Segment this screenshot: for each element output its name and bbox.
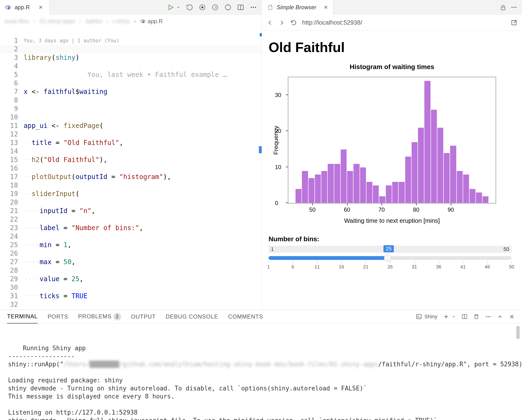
circle-arrow-icon[interactable] bbox=[212, 4, 219, 11]
r-file-icon bbox=[140, 18, 146, 24]
terminal-shell-label[interactable]: Shiny bbox=[416, 314, 437, 320]
run-icon[interactable] bbox=[167, 4, 174, 11]
histogram-bar bbox=[398, 182, 405, 203]
editor-tab-bar: app.R × bbox=[0, 0, 262, 15]
split-editor-icon[interactable] bbox=[237, 4, 244, 11]
chevron-down-icon[interactable] bbox=[452, 315, 456, 319]
editor-pane: app.R × book-files› 01-shiny-apps› bbox=[0, 0, 262, 310]
svg-point-17 bbox=[512, 7, 513, 8]
svg-point-28 bbox=[486, 316, 487, 317]
histogram-bar bbox=[327, 164, 334, 203]
close-icon[interactable]: × bbox=[39, 4, 43, 11]
panel-tabs: TERMINAL PORTS PROBLEMS2 OUTPUT DEBUG CO… bbox=[0, 310, 522, 323]
tab-debug-console[interactable]: DEBUG CONSOLE bbox=[166, 313, 218, 320]
lock-icon[interactable] bbox=[500, 4, 507, 11]
forward-icon[interactable] bbox=[278, 19, 285, 26]
trash-icon[interactable] bbox=[473, 314, 479, 320]
histogram-bar bbox=[340, 149, 347, 203]
svg-point-29 bbox=[488, 316, 489, 317]
histogram-bar bbox=[411, 142, 418, 203]
close-icon[interactable]: × bbox=[324, 4, 328, 11]
svg-point-30 bbox=[489, 316, 490, 317]
svg-point-13 bbox=[255, 7, 256, 8]
chevron-down-icon[interactable] bbox=[176, 5, 180, 9]
svg-point-11 bbox=[251, 7, 252, 8]
open-external-icon[interactable] bbox=[511, 19, 517, 26]
terminal-icon bbox=[416, 314, 422, 320]
slider-max: 50 bbox=[501, 246, 512, 253]
slider-min: 1 bbox=[269, 246, 276, 253]
histogram-bar bbox=[295, 189, 302, 203]
histogram-bar bbox=[353, 164, 360, 203]
svg-rect-22 bbox=[417, 315, 421, 319]
tab-comments[interactable]: COMMENTS bbox=[228, 313, 263, 320]
chevron-up-icon[interactable] bbox=[497, 314, 503, 320]
histogram-bar bbox=[321, 171, 327, 203]
back-icon[interactable] bbox=[267, 19, 273, 26]
histogram-bar bbox=[347, 171, 353, 203]
terminal-output[interactable]: Running Shiny app ------------------ shi… bbox=[0, 323, 522, 420]
svg-point-19 bbox=[515, 7, 517, 8]
problems-badge: 2 bbox=[114, 313, 121, 320]
breadcrumbs[interactable]: book-files› 01-shiny-apps› faithful› r-s… bbox=[0, 15, 262, 28]
histogram-bar bbox=[366, 182, 373, 203]
tab-app-r[interactable]: app.R × bbox=[0, 0, 49, 15]
histogram-bar bbox=[373, 185, 379, 203]
reload-icon[interactable] bbox=[290, 19, 297, 26]
tab-ports[interactable]: PORTS bbox=[47, 313, 68, 320]
editor-actions bbox=[167, 4, 262, 11]
breadcrumb-file: app.R bbox=[147, 18, 163, 25]
histogram-bar bbox=[482, 196, 489, 203]
tab-output[interactable]: OUTPUT bbox=[131, 313, 156, 320]
circle-target-icon[interactable] bbox=[224, 4, 231, 11]
split-terminal-icon[interactable] bbox=[461, 314, 468, 320]
histogram-bar bbox=[418, 127, 424, 203]
tab-problems[interactable]: PROBLEMS2 bbox=[78, 313, 121, 320]
histogram-bar bbox=[334, 164, 340, 203]
x-axis-label: Waiting time to next eruption [mins] bbox=[344, 217, 440, 225]
histogram-bar bbox=[431, 109, 437, 203]
codelens[interactable]: You, 3 days ago | 1 author (You) bbox=[24, 36, 262, 45]
bins-slider[interactable]: 1 50 25 16111621263136414650 bbox=[269, 246, 512, 272]
histogram-bar bbox=[444, 153, 450, 203]
histogram-bar bbox=[379, 196, 385, 203]
histogram-bar bbox=[392, 182, 398, 203]
histogram-bar bbox=[463, 174, 469, 203]
url-field[interactable]: http://localhost:52938/ bbox=[302, 19, 506, 26]
more-icon[interactable] bbox=[250, 4, 257, 11]
histogram-bar bbox=[360, 167, 366, 203]
more-icon[interactable] bbox=[511, 4, 517, 11]
tab-terminal[interactable]: TERMINAL bbox=[7, 313, 38, 324]
address-bar: http://localhost:52938/ bbox=[262, 15, 522, 31]
histogram-bar bbox=[405, 156, 411, 203]
histogram-bar bbox=[476, 192, 482, 203]
histogram-bar bbox=[469, 189, 476, 203]
r-file-icon bbox=[5, 4, 11, 11]
histogram-plot: Frequency 01020305060708090 bbox=[288, 77, 496, 203]
circle-dot-icon[interactable] bbox=[199, 4, 206, 11]
file-icon bbox=[267, 4, 273, 10]
svg-line-21 bbox=[514, 20, 516, 23]
slider-value: 25 bbox=[384, 245, 394, 252]
histogram-bar bbox=[302, 171, 308, 203]
page-title: Old Faithful bbox=[269, 39, 515, 55]
tab-label: Simple Browser bbox=[276, 4, 316, 11]
svg-point-12 bbox=[253, 7, 254, 8]
more-icon[interactable] bbox=[485, 314, 491, 320]
histogram-bar bbox=[457, 171, 463, 203]
svg-marker-2 bbox=[169, 5, 173, 10]
web-page: Old Faithful Histogram of waiting times … bbox=[262, 31, 522, 310]
tab-simple-browser[interactable]: Simple Browser × bbox=[262, 0, 333, 15]
close-panel-icon[interactable] bbox=[509, 314, 515, 320]
line-gutter: 1234567891011121314151617181920212223242… bbox=[0, 28, 24, 310]
svg-point-18 bbox=[514, 7, 515, 8]
histogram-bar bbox=[308, 178, 315, 203]
histogram-bar bbox=[437, 127, 444, 203]
histogram-bar bbox=[424, 81, 430, 203]
rerun-icon[interactable] bbox=[186, 4, 193, 11]
code-editor[interactable]: 1234567891011121314151617181920212223242… bbox=[0, 28, 262, 310]
new-terminal-icon[interactable] bbox=[443, 314, 449, 320]
svg-point-4 bbox=[201, 6, 203, 8]
svg-point-5 bbox=[213, 5, 218, 10]
scrollbar-thumb[interactable] bbox=[516, 326, 520, 339]
